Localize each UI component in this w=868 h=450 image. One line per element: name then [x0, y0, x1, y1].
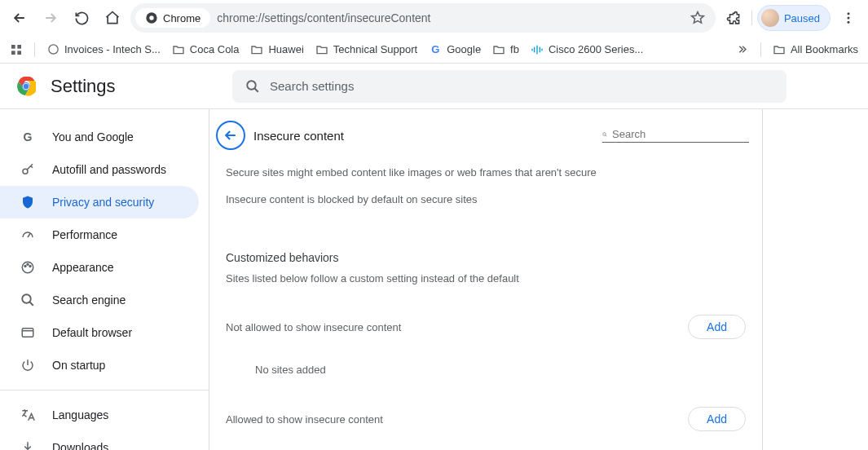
shield-icon — [20, 194, 36, 210]
svg-point-17 — [24, 83, 29, 89]
bookmark-item[interactable]: Huawei — [250, 43, 303, 56]
svg-point-21 — [24, 266, 26, 267]
address-bar[interactable]: Chrome chrome://settings/content/insecur… — [130, 3, 716, 33]
page-back-button[interactable] — [216, 121, 245, 150]
bookmarks-separator — [34, 42, 35, 57]
folder-icon — [250, 43, 263, 56]
page-search[interactable] — [602, 128, 749, 143]
apps-grid-icon — [10, 43, 23, 56]
bookmark-label: Technical Support — [333, 43, 417, 55]
sidebar-item-performance[interactable]: Performance — [0, 218, 199, 251]
sidebar-item-label: On startup — [52, 359, 105, 372]
svg-rect-13 — [540, 46, 540, 52]
svg-point-24 — [22, 294, 31, 303]
menu-button[interactable] — [835, 5, 861, 31]
bookmarks-overflow-button[interactable] — [736, 43, 749, 56]
svg-rect-5 — [11, 45, 15, 49]
bookmark-item[interactable]: Coca Cola — [172, 43, 240, 56]
sidebar-item-label: You and Google — [52, 130, 134, 143]
forward-button[interactable] — [37, 5, 64, 31]
reload-icon — [74, 11, 90, 26]
three-dots-icon — [841, 11, 856, 25]
chevrons-right-icon — [736, 43, 748, 55]
sidebar-item-label: Privacy and security — [52, 196, 154, 209]
extensions-button[interactable] — [720, 5, 747, 31]
bookmark-item[interactable]: Cisco 2600 Series... — [531, 43, 643, 56]
content-card: Insecure content Secure sites might embe… — [209, 109, 763, 450]
section-description: Sites listed below follow a custom setti… — [209, 267, 762, 289]
apps-button[interactable] — [10, 43, 23, 56]
page-search-input[interactable] — [612, 128, 749, 140]
add-not-allowed-button[interactable]: Add — [688, 315, 746, 339]
avatar — [761, 9, 779, 27]
site-chip[interactable]: Chrome — [135, 8, 210, 28]
sidebar-item-label: Downloads — [52, 441, 108, 450]
sidebar-item-privacy[interactable]: Privacy and security — [0, 186, 199, 218]
description-line: Insecure content is blocked by default o… — [209, 183, 762, 210]
search-settings-input[interactable]: Search settings — [232, 70, 786, 103]
sidebar-item-languages[interactable]: Languages — [0, 399, 199, 431]
svg-point-3 — [848, 17, 850, 20]
bookmark-item[interactable]: Technical Support — [315, 43, 417, 56]
profile-paused-chip[interactable]: Paused — [757, 5, 831, 31]
sidebar-item-label: Search engine — [52, 293, 126, 307]
svg-point-9 — [48, 45, 57, 54]
arrow-left-icon — [223, 127, 239, 143]
bookmark-label: fb — [510, 43, 519, 55]
reload-button[interactable] — [68, 5, 95, 31]
arrow-right-icon — [42, 10, 59, 26]
description-line: Secure sites might embed content like im… — [209, 157, 762, 183]
all-bookmarks-label: All Bookmarks — [791, 43, 858, 55]
all-bookmarks-button[interactable]: All Bookmarks — [773, 43, 858, 56]
search-icon — [20, 292, 36, 308]
speedometer-icon — [20, 227, 36, 243]
chrome-mono-icon — [145, 11, 158, 24]
allowed-row: Allowed to show insecure content Add — [209, 381, 762, 435]
svg-rect-14 — [541, 48, 542, 51]
folder-icon — [492, 43, 505, 56]
svg-point-22 — [27, 263, 29, 265]
sidebar-item-on-startup[interactable]: On startup — [0, 349, 199, 382]
browser-toolbar: Chrome chrome://settings/content/insecur… — [0, 0, 868, 36]
row-label: Not allowed to show insecure content — [226, 321, 401, 333]
svg-point-23 — [29, 266, 31, 267]
bookmark-label: Huawei — [268, 43, 303, 55]
google-g-icon: G — [20, 129, 36, 145]
no-sites-message: No sites added — [209, 342, 762, 381]
folder-icon — [773, 43, 786, 56]
sidebar-item-label: Languages — [52, 408, 108, 421]
url-text: chrome://settings/content/insecureConten… — [217, 11, 678, 24]
search-icon — [602, 129, 607, 140]
sidebar-item-default-browser[interactable]: Default browser — [0, 316, 199, 349]
sidebar-item-downloads[interactable]: Downloads — [0, 431, 199, 450]
svg-rect-8 — [17, 51, 21, 55]
sidebar-item-autofill[interactable]: Autofill and passwords — [0, 153, 199, 186]
back-button[interactable] — [7, 5, 33, 31]
folder-icon — [172, 43, 185, 56]
bookmark-item[interactable]: Invoices - Intech S... — [46, 43, 161, 56]
search-icon — [245, 79, 260, 94]
svg-point-26 — [603, 132, 606, 135]
add-allowed-button[interactable]: Add — [688, 407, 746, 431]
sidebar-item-you-and-google[interactable]: G You and Google — [0, 121, 199, 153]
star-icon — [690, 11, 705, 25]
bookmark-label: Coca Cola — [190, 43, 240, 55]
bookmarks-separator — [760, 42, 761, 57]
bookmark-star-button[interactable] — [685, 11, 711, 25]
sidebar-item-label: Performance — [52, 228, 117, 241]
home-button[interactable] — [99, 5, 126, 31]
row-label: Allowed to show insecure content — [226, 413, 383, 426]
bookmark-item[interactable]: fb — [492, 43, 519, 56]
page-icon — [46, 43, 59, 56]
bookmark-label: Invoices - Intech S... — [64, 43, 161, 55]
chrome-logo-icon — [16, 77, 36, 96]
sidebar-item-appearance[interactable]: Appearance — [0, 251, 199, 284]
svg-rect-7 — [11, 51, 15, 55]
svg-rect-10 — [531, 48, 532, 51]
bookmark-item[interactable]: G Google — [429, 43, 481, 56]
svg-rect-6 — [17, 45, 21, 49]
sidebar-item-search-engine[interactable]: Search engine — [0, 284, 199, 316]
site-chip-label: Chrome — [163, 12, 200, 24]
search-settings-placeholder: Search settings — [270, 79, 354, 93]
toolbar-separator — [751, 11, 752, 25]
